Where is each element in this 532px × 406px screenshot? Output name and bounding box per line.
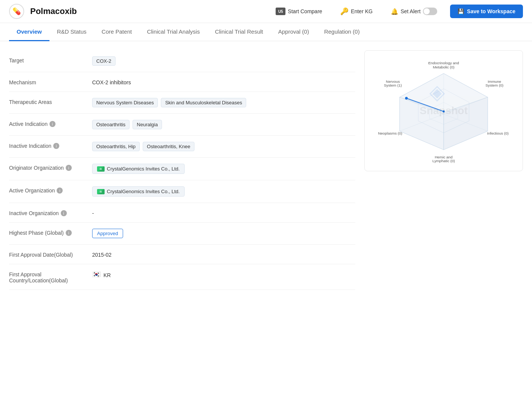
tab-overview[interactable]: Overview xyxy=(9,23,49,41)
active-org-value: ≋ CrystalGenomics Invites Co., Ltd. xyxy=(92,186,355,197)
highest-phase-label: Highest Phase (Global) i xyxy=(9,229,92,236)
target-tag: COX-2 xyxy=(92,56,116,66)
svg-point-23 xyxy=(405,97,408,99)
originator-org-label: Originator Organization i xyxy=(9,164,92,171)
main-content: Target COX-2 Mechanism COX-2 inhibitors … xyxy=(0,41,532,299)
first-approval-country-label: First Approval Country/Location(Global) xyxy=(9,270,92,284)
tab-clinical-trial-analysis[interactable]: Clinical Trial Analysis xyxy=(139,23,207,41)
svg-text:Lymphatic (0): Lymphatic (0) xyxy=(432,159,455,163)
alert-toggle[interactable] xyxy=(423,8,437,15)
set-alert-button[interactable]: 🔔 Set Alert xyxy=(386,5,443,18)
svg-text:Endocrinology and: Endocrinology and xyxy=(428,61,459,65)
radar-chart-panel: Snapshot Endocrinology and Metabolic (0)… xyxy=(364,50,523,290)
enter-kg-button[interactable]: 🔑 Enter KG xyxy=(335,4,378,19)
active-org-info-icon[interactable]: i xyxy=(57,188,63,194)
drug-icon: 💊 xyxy=(9,4,24,19)
first-approval-country-row: First Approval Country/Location(Global) … xyxy=(9,264,355,290)
inactive-org-info-icon[interactable]: i xyxy=(61,210,67,216)
active-org-tag: ≋ CrystalGenomics Invites Co., Ltd. xyxy=(92,186,185,197)
inactive-org-label: Inactive Organization i xyxy=(9,209,92,216)
target-row: Target COX-2 xyxy=(9,50,355,72)
therapeutic-areas-label: Therapeutic Areas xyxy=(9,98,92,105)
korea-flag-icon: 🇰🇷 xyxy=(92,270,100,279)
svg-point-24 xyxy=(443,110,444,112)
active-org-logo-icon: ≋ xyxy=(97,189,105,194)
inactive-org-text: - xyxy=(92,209,94,216)
active-indication-tag-2: Neuralgia xyxy=(133,120,162,129)
svg-text:System (1): System (1) xyxy=(384,83,402,87)
save-to-workspace-button[interactable]: 💾 Save to Workspace xyxy=(450,5,523,18)
first-approval-date-value: 2015-02 xyxy=(92,251,355,258)
alert-icon: 🔔 xyxy=(391,8,398,15)
active-indication-info-icon[interactable]: i xyxy=(49,121,56,127)
originator-org-tag: ≋ CrystalGenomics Invites Co., Ltd. xyxy=(92,164,185,174)
org-logo-icon: ≋ xyxy=(97,166,105,172)
header-actions: U5 Start Compare 🔑 Enter KG 🔔 Set Alert … xyxy=(270,4,523,19)
tab-approval[interactable]: Approval (0) xyxy=(271,23,317,41)
inactive-org-row: Inactive Organization i - xyxy=(9,203,355,223)
mechanism-text: COX-2 inhibitors xyxy=(92,78,131,85)
svg-text:System (0): System (0) xyxy=(486,83,504,87)
first-approval-date-label: First Approval Date(Global) xyxy=(9,251,92,258)
originator-org-row: Originator Organization i ≋ CrystalGenom… xyxy=(9,158,355,180)
radar-svg: Endocrinology and Metabolic (0) Nervous … xyxy=(372,58,515,163)
inactive-indication-tag-1: Osteoarthritis, Hip xyxy=(92,142,140,151)
tab-clinical-trial-result[interactable]: Clinical Trial Result xyxy=(207,23,271,41)
kg-icon: 🔑 xyxy=(340,7,348,15)
mechanism-row: Mechanism COX-2 inhibitors xyxy=(9,72,355,92)
mechanism-label: Mechanism xyxy=(9,78,92,85)
mechanism-value: COX-2 inhibitors xyxy=(92,78,355,85)
originator-org-value: ≋ CrystalGenomics Invites Co., Ltd. xyxy=(92,164,355,174)
originator-org-info-icon[interactable]: i xyxy=(66,165,72,171)
therapeutic-areas-value: Nervous System Diseases Skin and Musculo… xyxy=(92,98,355,107)
inactive-indication-row: Inactive Indication i Osteoarthritis, Hi… xyxy=(9,136,355,158)
svg-text:Infectious (0): Infectious (0) xyxy=(487,131,509,135)
radar-chart-container: Snapshot Endocrinology and Metabolic (0)… xyxy=(364,50,523,171)
inactive-indication-info-icon[interactable]: i xyxy=(53,143,59,149)
svg-text:Nervous: Nervous xyxy=(386,79,400,84)
inactive-indication-label: Inactive Indication i xyxy=(9,142,92,149)
target-label: Target xyxy=(9,56,92,64)
inactive-indication-tag-2: Osteoarthritis, Knee xyxy=(143,142,194,151)
inactive-indication-value: Osteoarthritis, Hip Osteoarthritis, Knee xyxy=(92,142,355,151)
target-value: COX-2 xyxy=(92,56,355,66)
highest-phase-info-icon[interactable]: i xyxy=(66,230,72,236)
active-indication-row: Active Indication i Osteoarthritis Neura… xyxy=(9,114,355,136)
tab-rd-status[interactable]: R&D Status xyxy=(49,23,94,41)
inactive-org-value: - xyxy=(92,209,355,216)
therapeutic-areas-row: Therapeutic Areas Nervous System Disease… xyxy=(9,92,355,114)
tab-regulation[interactable]: Regulation (0) xyxy=(316,23,367,41)
active-org-label: Active Organization i xyxy=(9,186,92,194)
tab-core-patent[interactable]: Core Patent xyxy=(94,23,139,41)
active-indication-tag-1: Osteoarthritis xyxy=(92,120,130,129)
page-header: 💊 Polmacoxib U5 Start Compare 🔑 Enter KG… xyxy=(0,0,532,23)
first-approval-country-value: 🇰🇷 KR xyxy=(92,270,355,279)
overview-panel: Target COX-2 Mechanism COX-2 inhibitors … xyxy=(9,50,355,290)
svg-text:Neoplasms (0): Neoplasms (0) xyxy=(378,131,402,135)
nav-tabs: Overview R&D Status Core Patent Clinical… xyxy=(0,23,532,41)
therapeutic-tag-2: Skin and Musculoskeletal Diseases xyxy=(161,98,246,107)
country-code-text: KR xyxy=(103,271,111,278)
svg-text:Immune: Immune xyxy=(488,79,501,84)
active-indication-label: Active Indication i xyxy=(9,120,92,127)
svg-text:◈: ◈ xyxy=(429,81,445,103)
active-indication-value: Osteoarthritis Neuralgia xyxy=(92,120,355,129)
therapeutic-tag-1: Nervous System Diseases xyxy=(92,98,158,107)
approved-badge: Approved xyxy=(92,229,123,238)
svg-text:Hemic and: Hemic and xyxy=(435,155,452,159)
svg-text:Metabolic (0): Metabolic (0) xyxy=(433,65,455,69)
drug-name: Polmacoxib xyxy=(30,6,77,16)
start-compare-button[interactable]: U5 Start Compare xyxy=(270,5,327,18)
highest-phase-value: Approved xyxy=(92,229,355,238)
active-org-row: Active Organization i ≋ CrystalGenomics … xyxy=(9,180,355,203)
highest-phase-row: Highest Phase (Global) i Approved xyxy=(9,223,355,245)
first-approval-date-text: 2015-02 xyxy=(92,251,111,258)
compare-icon: U5 xyxy=(276,8,285,15)
save-icon: 💾 xyxy=(458,8,464,14)
first-approval-date-row: First Approval Date(Global) 2015-02 xyxy=(9,245,355,264)
